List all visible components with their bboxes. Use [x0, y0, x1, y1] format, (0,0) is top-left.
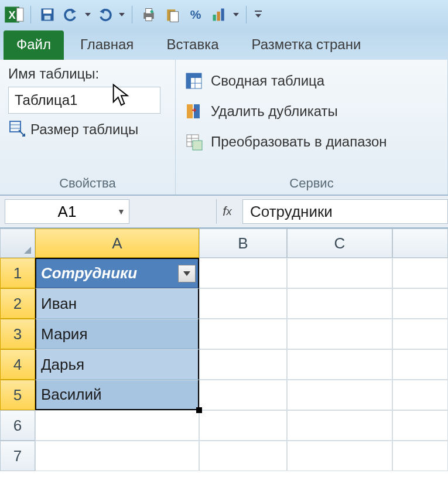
svg-rect-18	[217, 12, 220, 21]
cell-b2[interactable]	[199, 288, 287, 319]
percent-button[interactable]: %	[185, 4, 206, 25]
cell-d3[interactable]	[392, 319, 448, 349]
group-service: Сводная таблица Удалить дубликаты Преобр…	[176, 60, 448, 195]
save-button[interactable]	[37, 4, 58, 25]
redo-button[interactable]	[94, 4, 115, 25]
svg-marker-7	[85, 13, 91, 16]
cell-c5[interactable]	[287, 380, 392, 410]
table-name-label: Имя таблицы:	[8, 66, 167, 82]
insert-function-button[interactable]: fx	[216, 199, 238, 224]
paste-button[interactable]	[162, 4, 183, 25]
row-header-2[interactable]: 2	[0, 288, 35, 319]
cell-d5[interactable]	[392, 380, 448, 410]
name-box[interactable]: A1 ▼	[5, 199, 129, 224]
tab-file[interactable]: Файл	[4, 30, 64, 60]
spreadsheet-grid: A B C 1 Сотрудники 2 Иван 3 Мария 4 Дарь…	[0, 229, 448, 471]
svg-rect-19	[221, 9, 224, 21]
chart-wizard-button[interactable]	[208, 4, 230, 25]
cell-b1[interactable]	[199, 258, 287, 288]
excel-app-icon: X	[4, 4, 25, 25]
column-header-a[interactable]: A	[35, 229, 199, 258]
convert-range-label: Преобразовать в диапазон	[211, 134, 387, 150]
svg-marker-8	[100, 9, 105, 14]
svg-marker-9	[119, 13, 125, 16]
filter-dropdown-button[interactable]	[178, 265, 196, 282]
tab-pagelayout[interactable]: Разметка страни	[235, 30, 378, 60]
cell-d2[interactable]	[392, 288, 448, 319]
resize-table-label: Размер таблицы	[30, 121, 138, 138]
svg-marker-38	[183, 271, 190, 276]
svg-rect-2	[17, 8, 23, 22]
svg-marker-22	[255, 14, 261, 18]
cell-c6[interactable]	[287, 410, 392, 441]
remove-duplicates-button[interactable]: Удалить дубликаты	[184, 96, 439, 127]
resize-table-button[interactable]: Размер таблицы	[8, 120, 167, 139]
quick-access-toolbar: X %	[0, 0, 448, 29]
column-header-c[interactable]: C	[287, 229, 392, 258]
chart-dropdown-icon[interactable]	[232, 4, 240, 25]
ribbon: Имя таблицы: Размер таблицы Свойства Сво…	[0, 60, 448, 196]
remove-duplicates-label: Удалить дубликаты	[211, 103, 338, 120]
print-button[interactable]	[138, 4, 159, 25]
qat-customize-icon[interactable]	[252, 4, 264, 25]
row-header-3[interactable]: 3	[0, 319, 35, 349]
cell-b3[interactable]	[199, 319, 287, 349]
cell-a5[interactable]: Василий	[35, 380, 199, 410]
cell-b7[interactable]	[199, 441, 287, 471]
selection-handle-icon[interactable]	[196, 407, 202, 413]
cell-c2[interactable]	[287, 288, 392, 319]
formula-bar-row: A1 ▼ fx	[0, 196, 448, 229]
undo-button[interactable]	[60, 4, 81, 25]
row-header-5[interactable]: 5	[0, 380, 35, 410]
table-header-text: Сотрудники	[41, 264, 137, 282]
cell-c4[interactable]	[287, 349, 392, 380]
row-3: 3 Мария	[0, 319, 448, 349]
convert-range-icon	[184, 132, 204, 152]
column-header-b[interactable]: B	[199, 229, 287, 258]
cell-b5[interactable]	[199, 380, 287, 410]
svg-point-13	[151, 10, 153, 13]
redo-dropdown-icon[interactable]	[118, 4, 126, 25]
row-2: 2 Иван	[0, 288, 448, 319]
cell-d1[interactable]	[392, 258, 448, 288]
svg-rect-17	[213, 15, 216, 21]
cell-d7[interactable]	[392, 441, 448, 471]
cell-a6[interactable]	[35, 410, 199, 441]
svg-rect-12	[146, 17, 152, 21]
row-header-6[interactable]: 6	[0, 410, 35, 441]
svg-rect-21	[255, 11, 262, 12]
row-header-1[interactable]: 1	[0, 258, 35, 288]
convert-to-range-button[interactable]: Преобразовать в диапазон	[184, 127, 439, 157]
cell-b4[interactable]	[199, 349, 287, 380]
column-header-d[interactable]	[392, 229, 448, 258]
svg-rect-15	[170, 12, 179, 22]
cell-c1[interactable]	[287, 258, 392, 288]
name-box-dropdown-icon[interactable]: ▼	[117, 207, 125, 216]
pivot-table-label: Сводная таблица	[211, 73, 324, 89]
cell-a7[interactable]	[35, 441, 199, 471]
tab-insert[interactable]: Вставка	[150, 30, 235, 60]
cell-d4[interactable]	[392, 349, 448, 380]
cell-a1[interactable]: Сотрудники	[35, 258, 199, 288]
remove-duplicates-icon	[184, 101, 204, 121]
select-all-corner[interactable]	[0, 229, 35, 258]
resize-table-icon	[8, 120, 26, 139]
cell-c3[interactable]	[287, 319, 392, 349]
tab-home[interactable]: Главная	[64, 30, 150, 60]
cell-d6[interactable]	[392, 410, 448, 441]
cell-c7[interactable]	[287, 441, 392, 471]
column-headers: A B C	[0, 229, 448, 258]
cell-b6[interactable]	[199, 410, 287, 441]
pivot-table-button[interactable]: Сводная таблица	[184, 66, 439, 96]
cell-a4[interactable]: Дарья	[35, 349, 199, 380]
group-label-properties: Свойства	[0, 176, 175, 191]
cell-a3[interactable]: Мария	[35, 319, 199, 349]
row-header-4[interactable]: 4	[0, 349, 35, 380]
cell-a2[interactable]: Иван	[35, 288, 199, 319]
formula-bar-input[interactable]	[242, 199, 448, 224]
table-name-input[interactable]	[8, 87, 160, 114]
svg-rect-31	[187, 104, 193, 118]
undo-dropdown-icon[interactable]	[84, 4, 92, 25]
row-header-7[interactable]: 7	[0, 441, 35, 471]
svg-text:X: X	[9, 9, 16, 21]
